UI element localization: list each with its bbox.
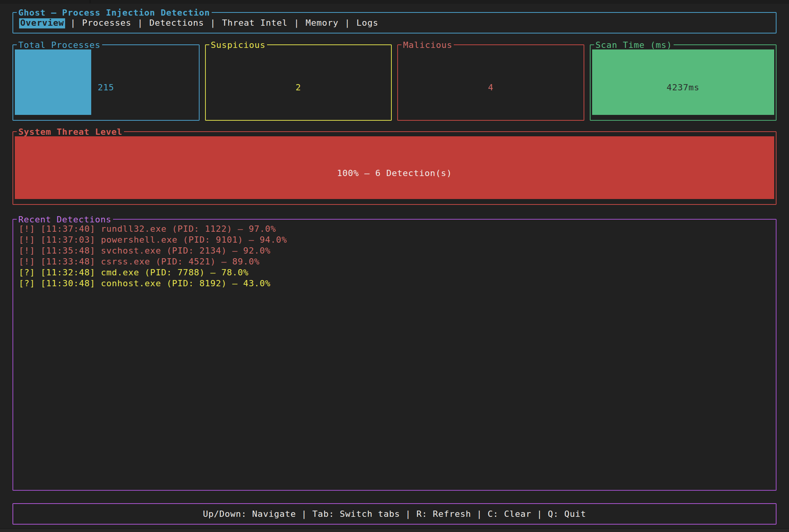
- stats-row: Total Processes 215 Suspicious 2 Malicio…: [12, 44, 777, 121]
- tab-separator: |: [345, 18, 350, 28]
- stat-total-processes: Total Processes 215: [12, 44, 200, 121]
- stat-suspicious: Suspicious 2: [205, 44, 392, 121]
- tab-overview[interactable]: Overview: [19, 18, 65, 28]
- terminal-tab-divider: [90, 0, 90, 4]
- tab-separator: |: [210, 18, 216, 28]
- footer-help-panel: Up/Down: Navigate | Tab: Switch tabs | R…: [12, 503, 777, 525]
- gauge-value: 215: [15, 82, 197, 93]
- detections-list: [!] [11:37:40] rundll32.exe (PID: 1122) …: [13, 220, 776, 289]
- tab-processes[interactable]: Processes: [81, 18, 132, 28]
- scan-time-gauge: 4237ms: [592, 49, 775, 115]
- malicious-gauge: 4: [400, 49, 582, 115]
- threat-level-title: System Threat Level: [17, 127, 124, 137]
- total-processes-gauge: 215: [15, 49, 197, 115]
- tab-detections[interactable]: Detections: [148, 18, 205, 28]
- footer-help-text: Up/Down: Navigate | Tab: Switch tabs | R…: [203, 509, 586, 520]
- detection-row[interactable]: [!] [11:35:48] svchost.exe (PID: 2134) —…: [19, 245, 770, 256]
- detection-row[interactable]: [!] [11:37:03] powershell.exe (PID: 9101…: [19, 234, 770, 245]
- threat-level-panel: System Threat Level 100% — 6 Detection(s…: [12, 131, 777, 205]
- detection-row[interactable]: [?] [11:32:48] cmd.exe (PID: 7788) — 78.…: [19, 267, 770, 278]
- gauge-value: 4237ms: [592, 82, 775, 93]
- stat-scan-time: Scan Time (ms) 4237ms: [590, 44, 777, 121]
- stat-title: Scan Time (ms): [594, 40, 674, 51]
- recent-detections-title: Recent Detections: [17, 214, 113, 225]
- app-title: Ghost — Process Injection Detection: [17, 7, 212, 18]
- tab-logs[interactable]: Logs: [355, 18, 379, 28]
- recent-detections-panel: Recent Detections [!] [11:37:40] rundll3…: [12, 219, 777, 491]
- stat-title: Total Processes: [17, 40, 102, 51]
- tab-separator: |: [70, 18, 76, 28]
- detection-row[interactable]: [!] [11:33:48] csrss.exe (PID: 4521) — 8…: [19, 256, 770, 267]
- tab-separator: |: [294, 18, 299, 28]
- detection-row[interactable]: [!] [11:37:40] rundll32.exe (PID: 1122) …: [19, 224, 770, 234]
- stat-malicious: Malicious 4: [397, 44, 584, 121]
- tab-threat-intel[interactable]: Threat Intel: [221, 18, 289, 28]
- suspicious-gauge: 2: [207, 49, 390, 115]
- window-bottom-edge: [0, 528, 789, 532]
- gauge-value: 4: [400, 82, 582, 93]
- gauge-value: 2: [207, 82, 390, 93]
- stat-title: Malicious: [402, 40, 454, 51]
- tab-separator: |: [138, 18, 143, 28]
- header-panel: Ghost — Process Injection Detection Over…: [12, 12, 777, 33]
- tab-memory[interactable]: Memory: [304, 18, 340, 28]
- stat-title: Suspicious: [209, 40, 267, 51]
- terminal-screen: Ghost — Process Injection Detection Over…: [0, 0, 789, 532]
- window-top-edge: [0, 0, 789, 4]
- threat-level-gauge: 100% — 6 Detection(s): [15, 136, 774, 199]
- detection-row[interactable]: [?] [11:30:48] conhost.exe (PID: 8192) —…: [19, 278, 770, 289]
- threat-level-value: 100% — 6 Detection(s): [15, 168, 774, 179]
